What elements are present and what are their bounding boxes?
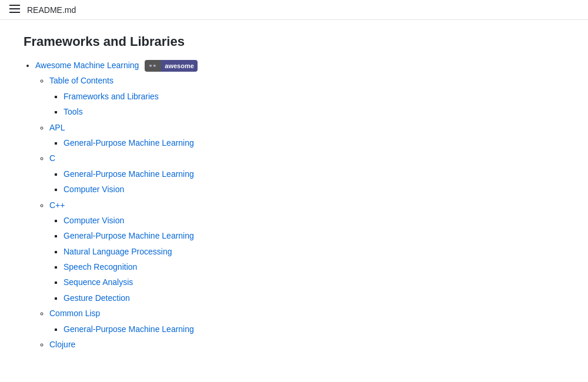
list-item: General-Purpose Machine Learning <box>64 136 564 149</box>
cpp-sa-link[interactable]: Sequence Analysis <box>64 277 133 287</box>
list-item: Clojure <box>49 338 564 351</box>
frameworks-link[interactable]: Frameworks and Libraries <box>64 92 159 101</box>
level-3-list: Frameworks and Libraries Tools <box>49 90 564 119</box>
level-3-list: General-Purpose Machine Learning Compute… <box>49 167 564 196</box>
awesome-badge: 👓 awesome <box>145 60 198 72</box>
cpp-nlp-link[interactable]: Natural Language Processing <box>64 247 172 256</box>
list-item: APL General-Purpose Machine Learning <box>49 121 564 150</box>
cpp-gd-link[interactable]: Gesture Detection <box>64 293 130 303</box>
glasses-icon: 👓 <box>148 61 158 72</box>
badge-container: 👓 awesome <box>145 60 198 72</box>
cpp-cv-link[interactable]: Computer Vision <box>64 216 124 225</box>
hamburger-icon[interactable] <box>9 5 20 15</box>
level-2-list: Table of Contents Frameworks and Librari… <box>35 74 564 351</box>
svg-rect-2 <box>9 12 20 13</box>
list-item: Common Lisp General-Purpose Machine Lear… <box>49 307 564 336</box>
awesome-ml-link[interactable]: Awesome Machine Learning <box>35 61 139 70</box>
list-item: General-Purpose Machine Learning <box>64 167 564 180</box>
list-item: Tools <box>64 105 564 118</box>
tools-link[interactable]: Tools <box>64 107 83 116</box>
cpp-gpml-link[interactable]: General-Purpose Machine Learning <box>64 231 194 240</box>
clojure-link[interactable]: Clojure <box>49 340 75 349</box>
apl-gpml-link[interactable]: General-Purpose Machine Learning <box>64 138 194 148</box>
level-3-list: General-Purpose Machine Learning <box>49 136 564 149</box>
root-list: Awesome Machine Learning 👓 awesome Table… <box>24 59 564 351</box>
list-item: General-Purpose Machine Learning <box>64 229 564 242</box>
page-heading: Frameworks and Libraries <box>24 34 564 49</box>
svg-rect-1 <box>9 8 20 9</box>
list-item: Gesture Detection <box>64 291 564 304</box>
toc-link[interactable]: Table of Contents <box>49 76 113 85</box>
list-item: Awesome Machine Learning 👓 awesome Table… <box>35 59 564 351</box>
c-gpml-link[interactable]: General-Purpose Machine Learning <box>64 169 194 179</box>
list-item: C General-Purpose Machine Learning Compu… <box>49 152 564 196</box>
level-3-list: General-Purpose Machine Learning <box>49 323 564 336</box>
c-link[interactable]: C <box>49 153 55 163</box>
list-item: Natural Language Processing <box>64 245 564 258</box>
badge-icon-left: 👓 <box>145 60 161 72</box>
list-item: Table of Contents Frameworks and Librari… <box>49 74 564 118</box>
file-title: README.md <box>27 5 76 15</box>
cpp-link[interactable]: C++ <box>49 200 65 210</box>
list-item: C++ Computer Vision General-Purpose Mach… <box>49 199 564 305</box>
list-item: Computer Vision <box>64 214 564 227</box>
badge-text-right: awesome <box>161 60 198 72</box>
cl-gpml-link[interactable]: General-Purpose Machine Learning <box>64 324 194 334</box>
cpp-sr-link[interactable]: Speech Recognition <box>64 262 137 272</box>
apl-link[interactable]: APL <box>49 123 65 132</box>
svg-rect-0 <box>9 5 20 6</box>
list-item: General-Purpose Machine Learning <box>64 323 564 336</box>
common-lisp-link[interactable]: Common Lisp <box>49 309 100 318</box>
c-cv-link[interactable]: Computer Vision <box>64 185 124 194</box>
top-bar: README.md <box>0 0 588 20</box>
level-3-list: Computer Vision General-Purpose Machine … <box>49 214 564 304</box>
list-item: Speech Recognition <box>64 260 564 273</box>
list-item: Computer Vision <box>64 183 564 196</box>
content-area: Frameworks and Libraries Awesome Machine… <box>0 20 588 378</box>
list-item: Frameworks and Libraries <box>64 90 564 103</box>
list-item: Sequence Analysis <box>64 276 564 289</box>
